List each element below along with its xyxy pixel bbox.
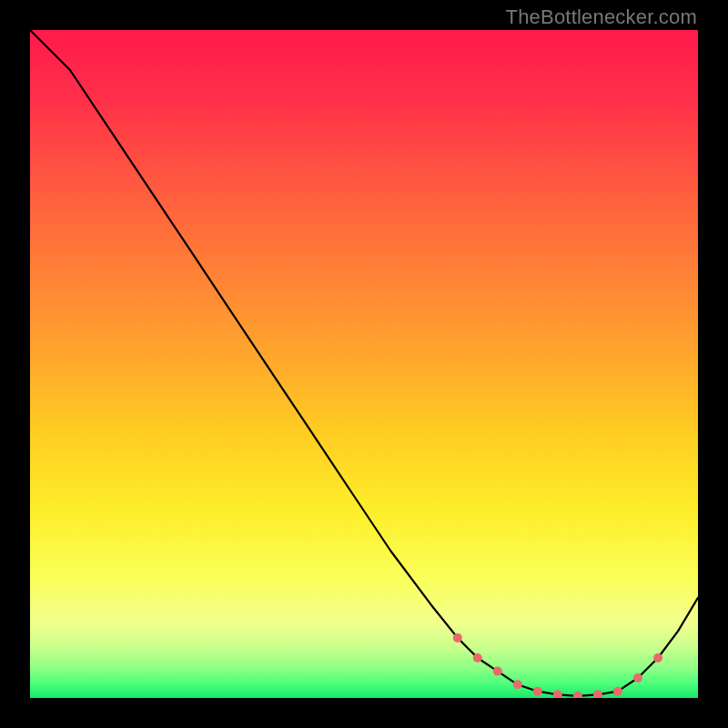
marker-dot — [613, 687, 622, 696]
gradient-background — [30, 30, 698, 698]
marker-dot — [453, 633, 462, 642]
marker-dot — [473, 653, 482, 662]
marker-dot — [493, 667, 502, 676]
attribution-text: TheBottlenecker.com — [506, 5, 697, 29]
chart-stage: TheBottlenecker.com — [0, 0, 728, 728]
marker-dot — [653, 653, 662, 662]
plot-area — [30, 30, 698, 698]
marker-dot — [513, 680, 522, 689]
chart-svg — [30, 30, 698, 698]
marker-dot — [633, 673, 642, 682]
marker-dot — [533, 687, 542, 696]
